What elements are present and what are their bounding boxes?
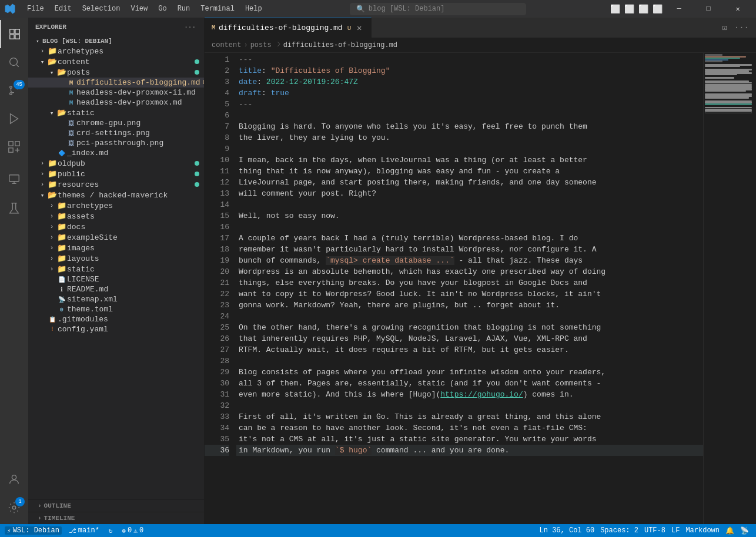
- tree-item-index[interactable]: › 🔷 _index.md: [28, 148, 204, 158]
- menu-go[interactable]: Go: [153, 4, 171, 14]
- tree-item-crd-settings[interactable]: › 🖼 crd-settings.png: [28, 128, 204, 138]
- status-broadcast[interactable]: 📡: [738, 526, 751, 535]
- timeline-header[interactable]: › TIMELINE: [28, 512, 204, 524]
- layout-btn-1[interactable]: ⬜: [609, 3, 621, 15]
- code-line-13: will comment your post. Right?: [236, 188, 703, 199]
- tree-item-archetypes-root[interactable]: › 📁 archetypes: [28, 46, 204, 56]
- status-sync[interactable]: ↻: [106, 527, 115, 535]
- menu-file[interactable]: File: [22, 4, 49, 14]
- tree-item-themes[interactable]: ▾ 📂 themes / hacked-maverick: [28, 190, 204, 200]
- minimap-line: [705, 103, 752, 105]
- menu-run[interactable]: Run: [173, 4, 195, 14]
- chevron-right-icon: ›: [38, 181, 47, 188]
- search-placeholder: blog [WSL: Debian]: [369, 5, 445, 13]
- chevron-right-icon: ›: [47, 213, 56, 220]
- status-errors[interactable]: ⊗ 0 ⚠ 0: [119, 526, 146, 535]
- activity-accounts[interactable]: [0, 465, 28, 494]
- code-editor[interactable]: --- title: "Difficulties of Blogging" da…: [234, 53, 703, 524]
- code-line-15: Well, not so easy now.: [236, 210, 703, 221]
- tree-item-config-yaml[interactable]: › ! config.yaml: [28, 324, 204, 334]
- tree-item-posts[interactable]: ▾ 📂 posts: [28, 67, 204, 78]
- line-num: 2: [205, 65, 229, 76]
- tree-item-theme-toml[interactable]: › ⚙ theme.toml: [28, 304, 204, 314]
- editor-content[interactable]: 1 2 3 4 5 6 7 8 9 10 11 12 13 14 15 16 1…: [205, 53, 756, 524]
- tree-label: headless-dev-proxmox-ii.md: [76, 88, 204, 97]
- activity-remote[interactable]: [0, 166, 28, 194]
- status-spaces-text: Spaces: 2: [600, 526, 638, 535]
- status-eol[interactable]: LF: [669, 526, 682, 535]
- status-language[interactable]: Markdown: [683, 526, 722, 535]
- status-position[interactable]: Ln 36, Col 60: [537, 526, 597, 535]
- status-wsl[interactable]: ⚡ WSL: Debian: [5, 526, 62, 535]
- command-palette[interactable]: 🔍 blog [WSL: Debian]: [350, 3, 526, 15]
- svg-point-0: [10, 58, 18, 66]
- tab-close-button[interactable]: ✕: [354, 24, 364, 33]
- tree-item-archetypes-theme[interactable]: › 📁 archetypes: [28, 200, 204, 211]
- close-button[interactable]: ✕: [724, 0, 751, 18]
- activity-search[interactable]: [0, 48, 28, 76]
- line-num: 22: [205, 288, 229, 300]
- minimap-line: [705, 61, 722, 62]
- menu-terminal[interactable]: Terminal: [196, 4, 239, 14]
- activity-settings[interactable]: 1: [0, 494, 28, 522]
- tree-item-static[interactable]: ▾ 📂 static: [28, 108, 204, 118]
- tree-item-images[interactable]: › 📁 images: [28, 243, 204, 253]
- activity-extensions[interactable]: [0, 133, 28, 161]
- tree-label: theme.toml: [67, 305, 204, 314]
- status-branch[interactable]: ⎇ main*: [66, 526, 102, 535]
- tree-item-readme[interactable]: › ℹ README.md: [28, 284, 204, 294]
- tree-item-oldpub[interactable]: › 📁 oldpub: [28, 158, 204, 169]
- breadcrumb: content › posts difficulties-of-blogging…: [205, 38, 756, 53]
- layout-btn-2[interactable]: ⬜: [623, 3, 635, 15]
- tree-item-sitemap[interactable]: › 📡 sitemap.xml: [28, 294, 204, 304]
- activity-source-control[interactable]: 45: [0, 76, 28, 105]
- line-num: 14: [205, 199, 229, 210]
- tree-item-license[interactable]: › 📄 LICENSE: [28, 274, 204, 284]
- tree-root-blog[interactable]: ▾ BLOG [WSL: DEBIAN]: [28, 36, 204, 46]
- tree-item-headless-dev-proxmox-ii[interactable]: › M headless-dev-proxmox-ii.md: [28, 88, 204, 98]
- menu-help[interactable]: Help: [240, 4, 267, 14]
- status-notifications[interactable]: 🔔: [723, 526, 737, 535]
- more-actions-button[interactable]: ···: [732, 22, 751, 33]
- tree-item-pci-passthrough[interactable]: › 🖼 pci-passthrough.png: [28, 138, 204, 148]
- status-encoding[interactable]: UTF-8: [642, 526, 668, 535]
- menu-selection[interactable]: Selection: [78, 4, 125, 14]
- file-png-icon: 🖼: [66, 120, 76, 127]
- activity-explorer[interactable]: [0, 20, 28, 48]
- menu-edit[interactable]: Edit: [50, 4, 76, 14]
- tree-item-chrome-gpu[interactable]: › 🖼 chrome-gpu.png: [28, 118, 204, 128]
- split-editor-button[interactable]: ⊡: [720, 22, 729, 34]
- code-line-7: Blogging is hard. To anyone who tells yo…: [236, 121, 703, 132]
- tree-item-static-theme[interactable]: › 📁 static: [28, 264, 204, 274]
- tree-item-layouts[interactable]: › 📁 layouts: [28, 253, 204, 264]
- tree-item-resources[interactable]: › 📁 resources: [28, 179, 204, 190]
- minimap-line: [705, 90, 746, 92]
- line-num: 35: [205, 434, 229, 445]
- outline-header[interactable]: › OUTLINE: [28, 500, 204, 512]
- activity-run-debug[interactable]: [0, 105, 28, 133]
- tree-item-gitmodules[interactable]: › 📋 .gitmodules: [28, 314, 204, 324]
- layout-btn-3[interactable]: ⬜: [637, 3, 649, 15]
- breadcrumb-posts[interactable]: posts: [250, 41, 272, 49]
- tree-item-examplesite[interactable]: › 📁 exampleSite: [28, 232, 204, 243]
- tree-item-headless-dev-proxmox[interactable]: › M headless-dev-proxmox.md: [28, 98, 204, 108]
- tree-item-public[interactable]: › 📁 public: [28, 169, 204, 179]
- explorer-menu-button[interactable]: ···: [183, 22, 197, 32]
- tree-item-content[interactable]: ▾ 📂 content: [28, 56, 204, 67]
- tree-item-difficulties-of-blogging[interactable]: › M difficulties-of-blogging.md U: [28, 78, 204, 88]
- status-spaces[interactable]: Spaces: 2: [598, 526, 641, 535]
- activity-testing[interactable]: [0, 194, 28, 222]
- layout-btn-4[interactable]: ⬜: [651, 3, 663, 15]
- restore-button[interactable]: □: [695, 0, 722, 18]
- breadcrumb-content[interactable]: content: [212, 41, 241, 49]
- menu-view[interactable]: View: [126, 4, 152, 14]
- chevron-right-icon: ›: [47, 255, 56, 262]
- breadcrumb-filename[interactable]: difficulties-of-blogging.md: [283, 41, 397, 49]
- tree-item-docs[interactable]: › 📁 docs: [28, 221, 204, 232]
- tree-item-assets[interactable]: › 📁 assets: [28, 211, 204, 221]
- minimap[interactable]: [703, 53, 756, 524]
- minimize-button[interactable]: ─: [665, 0, 693, 18]
- tab-difficulties-of-blogging[interactable]: M difficulties-of-blogging.md U ✕: [205, 18, 372, 38]
- chevron-right-icon: ›: [38, 502, 42, 509]
- tree-label: images: [67, 244, 204, 253]
